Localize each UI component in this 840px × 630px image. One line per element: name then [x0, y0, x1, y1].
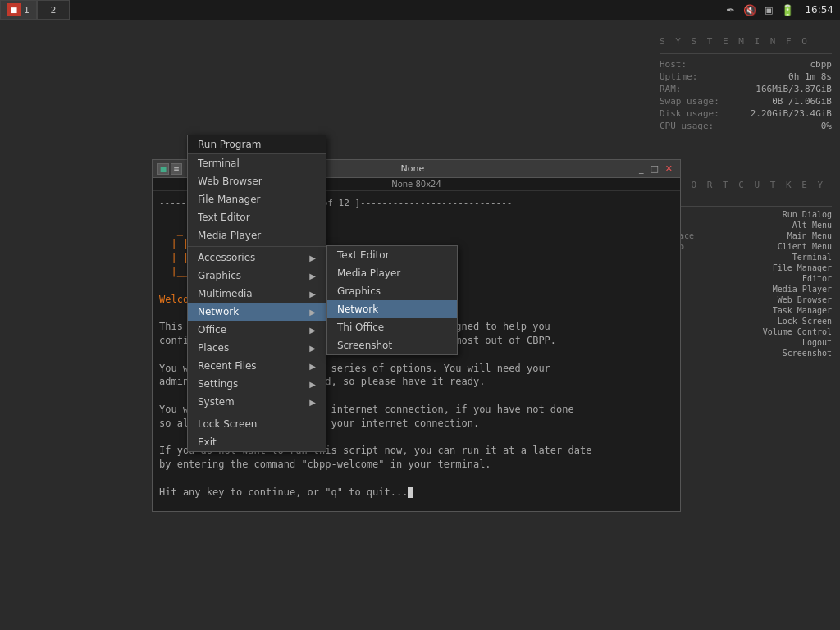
sk-lock-screen: r+l Lock Screen [660, 317, 832, 326]
volume-icon: 🔇 [741, 4, 759, 16]
menu-item-terminal[interactable]: Terminal [188, 154, 326, 172]
menu-item-exit-label: Exit [198, 436, 217, 448]
submenu-item-text-editor-label: Text Editor [337, 249, 390, 261]
menu-item-accessories-label: Accessories [198, 252, 255, 263]
sysinfo-host-row: Host: cbpp [660, 59, 832, 70]
submenu-item-network[interactable]: Network [327, 300, 457, 318]
sk-val: Volume Control [763, 327, 832, 336]
sk-val: Alt Menu [792, 221, 832, 230]
menu-header: Run Program [188, 135, 326, 154]
submenu-item-graphics-label: Graphics [337, 285, 381, 297]
submenu-item-media-player-label: Media Player [337, 267, 400, 279]
battery-icon: 🔋 [778, 4, 797, 16]
window-minimize-button[interactable]: _ [637, 163, 646, 174]
sk-media-player: r+m Media Player [660, 285, 832, 294]
sk-val: Editor [802, 274, 832, 283]
desktop: S Y S T E M I N F O Host: cbpp Uptime: 0… [0, 20, 840, 630]
menu-item-system-label: System [198, 396, 235, 408]
workspace-2-label: 2 [51, 5, 57, 16]
sk-terminal: r+t Terminal [660, 253, 832, 262]
submenu-arrow-system: ▶ [309, 398, 316, 407]
menu-item-network[interactable]: Network ▶ [188, 303, 326, 321]
sk-main-menu: r+Space Main Menu [660, 231, 832, 240]
menu-item-file-manager-label: File Manager [198, 194, 261, 205]
menu-item-office[interactable]: Office ▶ [188, 321, 326, 339]
sk-volume-control: r+v Volume Control [660, 327, 832, 336]
sk-val: Media Player [773, 285, 832, 294]
submenu-arrow-graphics: ▶ [309, 272, 316, 281]
workspace-icon: ■ [7, 3, 21, 16]
sysinfo-uptime-key: Uptime: [660, 71, 697, 82]
sk-run-dialog: r+2 Run Dialog [660, 210, 832, 219]
sk-client-menu: r+Tab Client Menu [660, 242, 832, 251]
window-close-button[interactable]: ✕ [663, 163, 675, 174]
menu-item-media-player-label: Media Player [198, 230, 261, 241]
sysinfo-host-key: Host: [660, 59, 687, 70]
titlebar-icons: ■ ≡ [158, 163, 182, 175]
sk-file-manager: r+f File Manager [660, 263, 832, 272]
pen-icon: ✒ [724, 4, 737, 16]
menu-item-media-player[interactable]: Media Player [188, 226, 326, 244]
submenu-item-screenshot[interactable]: Screenshot [327, 336, 457, 354]
sysinfo-uptime-row: Uptime: 0h 1m 8s [660, 71, 832, 82]
submenu-arrow-multimedia: ▶ [309, 290, 316, 299]
menu-item-web-browser-label: Web Browser [198, 176, 262, 187]
menu-item-settings[interactable]: Settings ▶ [188, 375, 326, 393]
sysinfo-swap-val: 0B /1.06GiB [772, 96, 832, 107]
submenu-item-text-editor[interactable]: Text Editor [327, 246, 457, 264]
submenu-arrow-network: ▶ [309, 308, 316, 317]
terminal-cursor [408, 487, 413, 498]
submenu-arrow-office: ▶ [309, 326, 316, 335]
menu-item-text-editor[interactable]: Text Editor [188, 208, 326, 226]
sk-val: Run Dialog [783, 210, 832, 219]
menu-item-multimedia[interactable]: Multimedia ▶ [188, 285, 326, 303]
sk-val: Client Menu [778, 242, 832, 251]
workspace-1-button[interactable]: ■ 1 [0, 0, 37, 20]
menu-item-places-label: Places [198, 342, 229, 354]
sk-val: Task Manager [773, 306, 832, 315]
sysinfo-ram-key: RAM: [660, 84, 682, 94]
terminal-icon-box: ■ [158, 163, 169, 175]
shortcuts-panel: S H O R T C U T K E Y S r+2 Run Dialog r… [660, 180, 832, 359]
submenu-item-graphics[interactable]: Graphics [327, 282, 457, 300]
sysinfo-ram-val: 166MiB/3.87GiB [756, 84, 832, 94]
sysinfo-disk-val: 2.20GiB/23.4GiB [751, 108, 832, 119]
sk-val: Terminal [792, 253, 832, 262]
sk-task-manager: r+h Task Manager [660, 306, 832, 315]
menu-item-network-label: Network [198, 306, 239, 317]
menu-item-web-browser[interactable]: Web Browser [188, 172, 326, 190]
sk-screenshot: Screenshot [660, 349, 832, 358]
window-maximize-button[interactable]: □ [647, 163, 660, 174]
sysinfo-uptime-val: 0h 1m 8s [788, 71, 832, 82]
submenu-item-office[interactable]: Thi Office [327, 318, 457, 336]
submenu-item-network-label: Network [337, 304, 378, 315]
submenu-arrow-settings: ▶ [309, 380, 316, 389]
menu-item-recent-files[interactable]: Recent Files ▶ [188, 357, 326, 375]
menu-item-accessories[interactable]: Accessories ▶ [188, 249, 326, 267]
menu-item-system[interactable]: System ▶ [188, 393, 326, 411]
menu-item-graphics[interactable]: Graphics ▶ [188, 267, 326, 285]
network-icon: ▣ [762, 5, 775, 16]
menu-separator-2 [188, 413, 326, 413]
sysinfo-cpu-val: 0% [821, 121, 832, 131]
menu-item-terminal-label: Terminal [198, 158, 240, 169]
submenu-item-media-player[interactable]: Media Player [327, 264, 457, 282]
menu-item-settings-label: Settings [198, 378, 238, 390]
menu-item-places[interactable]: Places ▶ [188, 339, 326, 357]
menu-item-recent-files-label: Recent Files [198, 360, 257, 372]
menu-item-file-manager[interactable]: File Manager [188, 190, 326, 208]
taskbar: ■ 1 2 ✒ 🔇 ▣ 🔋 16:54 [0, 0, 840, 20]
menu-item-exit[interactable]: Exit [188, 433, 326, 451]
menu-item-lock-screen[interactable]: Lock Screen [188, 415, 326, 433]
sk-val: Screenshot [783, 349, 832, 358]
shortcuts-title: S H O R T C U T K E Y S [660, 180, 832, 201]
sysinfo-disk-row: Disk usage: 2.20GiB/23.4GiB [660, 108, 832, 119]
sk-val: Web Browser [778, 295, 832, 304]
window-controls: _ □ ✕ [637, 163, 675, 174]
sk-val: File Manager [773, 263, 832, 272]
submenu-item-office-label: Thi Office [337, 322, 384, 333]
submenu-arrow-accessories: ▶ [309, 253, 316, 262]
sysinfo-ram-row: RAM: 166MiB/3.87GiB [660, 84, 832, 94]
workspace-2-button[interactable]: 2 [37, 0, 70, 20]
menu-item-text-editor-label: Text Editor [198, 212, 250, 223]
